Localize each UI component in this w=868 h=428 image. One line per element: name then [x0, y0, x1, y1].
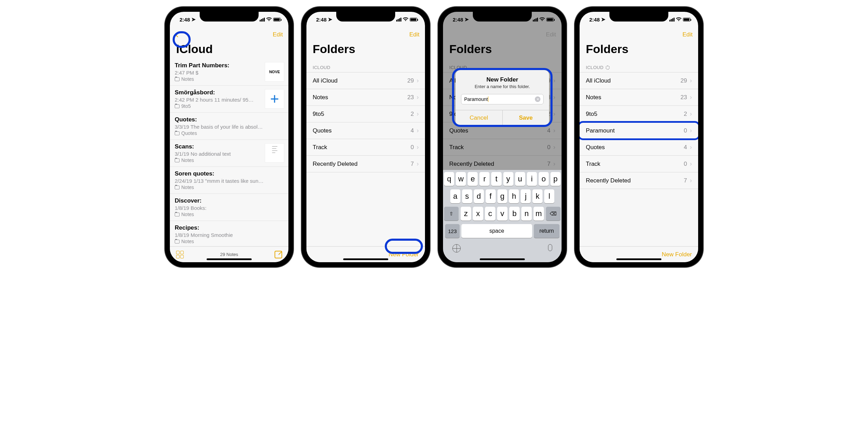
folder-row[interactable]: All iCloud 29›	[580, 72, 698, 89]
chevron-right-icon: ›	[690, 160, 692, 168]
folder-row[interactable]: Recently Deleted 7›	[580, 172, 698, 189]
key-e[interactable]: e	[468, 172, 478, 186]
folder-name: Track	[313, 144, 327, 151]
folder-list: All iCloud 29› Notes 23› 9to5 2› Paramou…	[580, 72, 698, 189]
back-button[interactable]: ‹	[175, 29, 186, 40]
gallery-view-icon[interactable]	[176, 251, 184, 258]
note-subtitle: 1/8/19 Books:	[175, 205, 265, 211]
note-folder: Notes	[175, 212, 284, 217]
nav-bar: ‹ Edit	[170, 27, 288, 42]
key-t[interactable]: t	[491, 172, 501, 186]
folder-row[interactable]: Paramount 0›	[580, 122, 698, 139]
key-z[interactable]: z	[461, 207, 471, 221]
folder-name-input[interactable]: Paramount ✕	[461, 94, 544, 104]
note-row[interactable]: Soren quotes: 2/24/19 1/13 "mmm it taste…	[170, 167, 288, 194]
note-subtitle: 2:47 PM $	[175, 70, 265, 76]
globe-icon[interactable]	[452, 244, 461, 252]
key-f[interactable]: f	[486, 189, 496, 203]
space-key[interactable]: space	[461, 224, 532, 238]
signal-icon	[669, 18, 675, 22]
note-row[interactable]: Discover: 1/8/19 Books: Notes	[170, 194, 288, 221]
key-m[interactable]: m	[533, 207, 544, 221]
shift-key[interactable]: ⇧	[444, 207, 459, 221]
notch	[336, 12, 395, 22]
numbers-key[interactable]: 123	[445, 224, 460, 238]
key-p[interactable]: p	[550, 172, 561, 186]
new-folder-button[interactable]: New Folder	[662, 251, 692, 258]
key-y[interactable]: y	[503, 172, 513, 186]
folder-row[interactable]: All iCloud 29›	[306, 72, 425, 89]
notch	[473, 12, 532, 22]
key-q[interactable]: q	[444, 172, 454, 186]
key-x[interactable]: x	[473, 207, 483, 221]
note-row[interactable]: Scans: 3/1/19 No additional text Notes━━…	[170, 140, 288, 167]
key-o[interactable]: o	[539, 172, 549, 186]
key-l[interactable]: l	[544, 189, 554, 203]
return-key[interactable]: return	[534, 224, 559, 238]
folder-count: 0	[684, 161, 687, 168]
folder-row[interactable]: 9to5 2›	[306, 106, 425, 122]
cancel-button[interactable]: Cancel	[455, 110, 502, 126]
folder-row[interactable]: Recently Deleted 7›	[306, 156, 425, 172]
key-w[interactable]: w	[456, 172, 466, 186]
signal-icon	[396, 18, 401, 22]
folder-row[interactable]: Quotes 4›	[306, 122, 425, 139]
note-subtitle: 2:42 PM 2 hours 11 minutes/ 95…	[175, 97, 265, 103]
folder-icon	[175, 104, 180, 108]
edit-button[interactable]: Edit	[683, 31, 693, 38]
key-h[interactable]: h	[509, 189, 519, 203]
folder-count: 29	[407, 77, 414, 84]
folder-icon	[175, 213, 180, 216]
key-s[interactable]: s	[462, 189, 472, 203]
battery-icon	[410, 18, 417, 22]
key-j[interactable]: j	[521, 189, 531, 203]
folder-name: All iCloud	[586, 77, 611, 84]
note-row[interactable]: Recipes: 1/8/19 Morning Smoothie Notes	[170, 221, 288, 246]
note-thumbnail: ━━━━━━━━━━━━━━━━━	[265, 143, 284, 163]
chevron-right-icon: ›	[690, 77, 692, 84]
note-row[interactable]: Smörgåsbord: 2:42 PM 2 hours 11 minutes/…	[170, 86, 288, 113]
folder-name: Notes	[313, 94, 328, 101]
home-indicator[interactable]	[616, 258, 661, 260]
note-row[interactable]: Quotes: 3/3/19 The basis of your life is…	[170, 113, 288, 140]
home-indicator[interactable]	[343, 258, 388, 260]
save-button[interactable]: Save	[502, 110, 549, 126]
home-indicator[interactable]	[480, 258, 525, 260]
key-g[interactable]: g	[497, 189, 507, 203]
key-r[interactable]: r	[479, 172, 489, 186]
notes-list[interactable]: Trim Part Numbers: 2:47 PM $ NotesNOVESm…	[170, 59, 288, 246]
new-folder-button[interactable]: New Folder	[389, 251, 419, 258]
backspace-key[interactable]: ⌫	[546, 207, 561, 221]
edit-button[interactable]: Edit	[409, 31, 419, 38]
folder-row[interactable]: Track 0›	[580, 156, 698, 172]
chevron-right-icon: ›	[417, 160, 419, 168]
key-a[interactable]: a	[450, 189, 460, 203]
key-u[interactable]: u	[515, 172, 525, 186]
compose-icon[interactable]	[275, 251, 282, 258]
home-indicator[interactable]	[207, 258, 252, 260]
key-d[interactable]: d	[474, 189, 484, 203]
folder-row[interactable]: Quotes 4›	[580, 139, 698, 156]
chevron-right-icon: ›	[417, 110, 419, 118]
nav-bar: Edit	[306, 27, 425, 42]
clear-icon[interactable]: ✕	[535, 96, 540, 102]
folder-count: 2	[411, 111, 414, 118]
folder-name: 9to5	[313, 111, 324, 118]
key-c[interactable]: c	[485, 207, 495, 221]
status-time: 2:48	[180, 17, 190, 23]
key-n[interactable]: n	[521, 207, 532, 221]
chevron-right-icon: ›	[690, 144, 692, 151]
folder-row[interactable]: Notes 23›	[306, 89, 425, 106]
keyboard[interactable]: qwertyuiop asdfghjkl ⇧ zxcvbnm ⌫ 123 spa…	[443, 170, 562, 262]
edit-button[interactable]: Edit	[273, 31, 283, 38]
key-v[interactable]: v	[497, 207, 507, 221]
key-i[interactable]: i	[527, 172, 537, 186]
key-b[interactable]: b	[509, 207, 520, 221]
key-k[interactable]: k	[532, 189, 542, 203]
folder-row[interactable]: Track 0›	[306, 139, 425, 156]
note-row[interactable]: Trim Part Numbers: 2:47 PM $ NotesNOVE	[170, 59, 288, 86]
folder-name: All iCloud	[313, 77, 338, 84]
folder-row[interactable]: Notes 23›	[580, 89, 698, 106]
mic-icon[interactable]	[548, 244, 552, 251]
folder-row[interactable]: 9to5 2›	[580, 106, 698, 122]
